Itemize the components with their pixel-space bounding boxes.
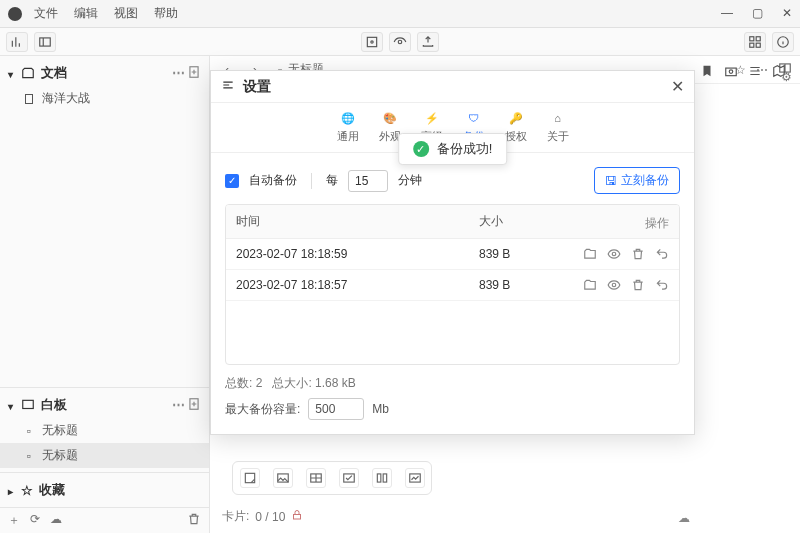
advanced-icon: ⚡ bbox=[423, 109, 441, 127]
settings-icon bbox=[221, 78, 235, 95]
svg-point-15 bbox=[729, 69, 733, 73]
preview-icon[interactable] bbox=[389, 32, 411, 52]
list-icon[interactable] bbox=[748, 64, 762, 81]
svg-rect-14 bbox=[726, 68, 737, 76]
sidebar-board-item[interactable]: ▫无标题 bbox=[0, 443, 209, 468]
max-cap-input[interactable]: 500 bbox=[308, 398, 364, 420]
backup-table: 时间 大小 操作 2023-02-07 18:18:59 839 B 2023-… bbox=[225, 204, 680, 365]
home-icon: ⌂ bbox=[549, 109, 567, 127]
sidebar: 文档 ⋯ 海洋大战 白板 ⋯ ▫无标题 ▫无标题 ☆收藏 ＋ ⟳ ☁ bbox=[0, 56, 210, 533]
more-icon[interactable]: ⋯ bbox=[172, 65, 185, 82]
info-icon[interactable] bbox=[772, 32, 794, 52]
svg-rect-11 bbox=[23, 400, 34, 408]
backup-icon: 🛡 bbox=[465, 109, 483, 127]
menu-view[interactable]: 视图 bbox=[114, 5, 138, 22]
cloud-icon[interactable]: ☁ bbox=[50, 512, 62, 529]
eye-icon[interactable] bbox=[607, 247, 621, 261]
eye-icon[interactable] bbox=[607, 278, 621, 292]
focus-icon[interactable] bbox=[361, 32, 383, 52]
bottom-tool-tray bbox=[232, 461, 432, 495]
more-icon[interactable]: ⋯ bbox=[172, 397, 185, 414]
camera-icon[interactable] bbox=[724, 64, 738, 81]
trash-icon[interactable] bbox=[187, 512, 201, 529]
menu-file[interactable]: 文件 bbox=[34, 5, 58, 22]
svg-rect-1 bbox=[367, 37, 376, 46]
export-icon[interactable] bbox=[417, 32, 439, 52]
svg-point-3 bbox=[398, 40, 402, 44]
sidebar-footer: ＋ ⟳ ☁ bbox=[0, 507, 209, 533]
folder-icon[interactable] bbox=[583, 278, 597, 292]
tab-about[interactable]: ⌂关于 bbox=[547, 109, 569, 144]
add-doc-icon[interactable] bbox=[187, 65, 201, 82]
success-icon: ✓ bbox=[413, 141, 429, 157]
undo-icon[interactable] bbox=[655, 278, 669, 292]
backup-now-button[interactable]: 🖫立刻备份 bbox=[594, 167, 680, 194]
add-board-icon[interactable] bbox=[187, 397, 201, 414]
gear-icon[interactable]: ⚙ bbox=[781, 70, 792, 84]
note-tool-icon[interactable] bbox=[240, 468, 260, 488]
columns-tool-icon[interactable] bbox=[372, 468, 392, 488]
close-icon[interactable]: ✕ bbox=[671, 77, 684, 96]
svg-point-24 bbox=[612, 252, 616, 256]
tab-general[interactable]: 🌐通用 bbox=[337, 109, 359, 144]
sidebar-fav-header[interactable]: ☆收藏 bbox=[0, 477, 209, 503]
table-tool-icon[interactable] bbox=[306, 468, 326, 488]
svg-rect-23 bbox=[294, 515, 301, 520]
toast-text: 备份成功! bbox=[437, 140, 493, 158]
toolbar bbox=[0, 28, 800, 56]
board-icon: ▫ bbox=[22, 449, 36, 463]
auto-backup-checkbox[interactable]: ✓ bbox=[225, 174, 239, 188]
svg-rect-6 bbox=[750, 43, 754, 47]
sidebar-fav-label: 收藏 bbox=[39, 481, 65, 499]
max-capacity-row: 最大备份容量: 500 Mb bbox=[225, 398, 680, 420]
menu-edit[interactable]: 编辑 bbox=[74, 5, 98, 22]
sidebar-doc-item[interactable]: 海洋大战 bbox=[0, 86, 209, 111]
cloud-sync-icon[interactable]: ☁ bbox=[678, 511, 690, 525]
chart-icon[interactable] bbox=[6, 32, 28, 52]
svg-rect-5 bbox=[756, 36, 760, 40]
interval-input[interactable]: 15 bbox=[348, 170, 388, 192]
sync-icon[interactable]: ⟳ bbox=[30, 512, 40, 529]
folder-icon[interactable] bbox=[583, 247, 597, 261]
globe-icon: 🌐 bbox=[339, 109, 357, 127]
plus-icon[interactable]: ＋ bbox=[8, 512, 20, 529]
svg-rect-7 bbox=[756, 43, 760, 47]
menu-help[interactable]: 帮助 bbox=[154, 5, 178, 22]
save-icon: 🖫 bbox=[605, 174, 617, 188]
auto-backup-label: 自动备份 bbox=[249, 172, 297, 189]
star-icon: ☆ bbox=[21, 483, 33, 498]
maximize-icon[interactable]: ▢ bbox=[748, 4, 766, 22]
minimize-icon[interactable]: — bbox=[718, 4, 736, 22]
backup-summary: 总数: 2 总大小: 1.68 kB bbox=[225, 365, 680, 396]
panels-icon[interactable] bbox=[34, 32, 56, 52]
table-row: 2023-02-07 18:18:59 839 B bbox=[226, 239, 679, 270]
sidebar-boards-header[interactable]: 白板 ⋯ bbox=[0, 392, 209, 418]
settings-modal: 设置 ✕ 🌐通用 🎨外观 ⚡高级 🛡备份 🔑授权 ⌂关于 ✓ 备份成功! ✓ 自… bbox=[210, 70, 695, 435]
sidebar-boards-label: 白板 bbox=[41, 396, 67, 414]
tab-auth[interactable]: 🔑授权 bbox=[505, 109, 527, 144]
trash-icon[interactable] bbox=[631, 247, 645, 261]
svg-rect-21 bbox=[383, 474, 387, 482]
undo-icon[interactable] bbox=[655, 247, 669, 261]
check-tool-icon[interactable] bbox=[339, 468, 359, 488]
table-row: 2023-02-07 18:18:57 839 B bbox=[226, 270, 679, 301]
svg-rect-0 bbox=[40, 37, 51, 45]
image-tool-icon[interactable] bbox=[273, 468, 293, 488]
svg-rect-10 bbox=[26, 94, 33, 103]
sidebar-board-item[interactable]: ▫无标题 bbox=[0, 418, 209, 443]
sidebar-docs-header[interactable]: 文档 ⋯ bbox=[0, 60, 209, 86]
trash-icon[interactable] bbox=[631, 278, 645, 292]
svg-rect-4 bbox=[750, 36, 754, 40]
close-icon[interactable]: ✕ bbox=[778, 4, 796, 22]
grid-icon[interactable] bbox=[744, 32, 766, 52]
lock-icon bbox=[291, 509, 303, 524]
auth-icon: 🔑 bbox=[507, 109, 525, 127]
app-icon bbox=[8, 7, 22, 21]
doc-item-label: 海洋大战 bbox=[42, 90, 90, 107]
svg-point-2 bbox=[371, 40, 373, 42]
menu-bar: 文件 编辑 视图 帮助 bbox=[0, 0, 800, 28]
bookmark-icon[interactable] bbox=[700, 64, 714, 81]
window-controls: — ▢ ✕ bbox=[718, 4, 796, 22]
board-icon: ▫ bbox=[22, 424, 36, 438]
chart-tool-icon[interactable] bbox=[405, 468, 425, 488]
